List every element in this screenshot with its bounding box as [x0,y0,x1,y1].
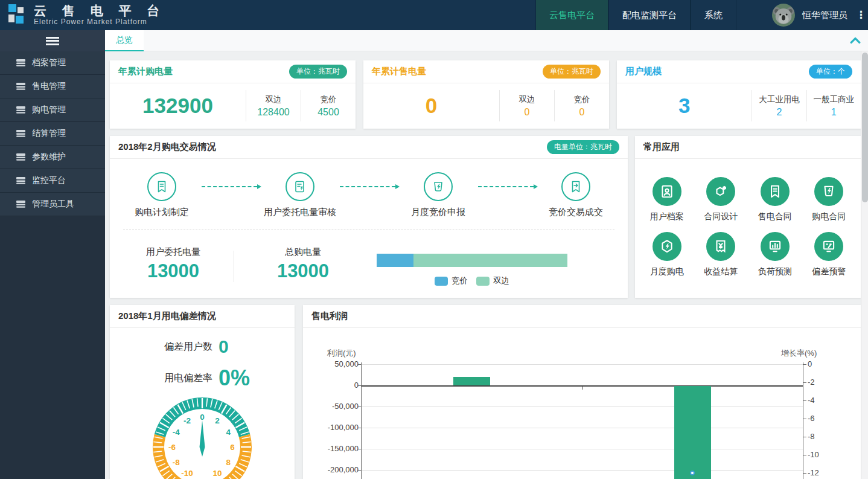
profit-bar[interactable] [453,377,490,385]
right-tick-label: -4 [808,396,815,405]
right-axis-line [803,362,803,479]
app-monthly-purchase[interactable]: 月度购电 [640,232,694,277]
card-title: 2018年1月用电偏差情况 [118,310,216,322]
app-user-archive[interactable]: 用户档案 [640,177,694,222]
trade-card: 2018年2月购电交易情况 电量单位：兆瓦时 购电计划制定 用户委托电量审核 [110,136,628,298]
sidebar-item-sale-mgmt[interactable]: 售电管理 [0,75,105,98]
sidebar-item-settlement-mgmt[interactable]: 结算管理 [0,122,105,146]
unit-badge: 单位：兆瓦时 [289,65,347,79]
app-revenue-settlement[interactable]: 收益结算 [694,232,748,277]
gridline [361,407,803,407]
dashed-divider [123,230,614,230]
right-tick-label: 0 [808,359,812,368]
left-tick-label: 0 [315,381,359,390]
chevron-up-icon [850,36,861,45]
nav-tab-system[interactable]: 系统 [691,0,736,30]
profit-bar[interactable] [674,386,711,479]
app-label: 用户档案 [640,211,694,222]
legend-item-bidding: 竞价 [435,275,468,286]
stat-total-value: 132900 [110,94,246,118]
flow-arrow-icon [478,186,534,187]
left-tick-label: -200,000 [315,465,359,474]
nav-tab-distribution-monitor[interactable]: 配电监测平台 [608,0,691,30]
right-tick-label: -10 [808,450,819,459]
koala-avatar-image [772,4,795,27]
app-logo: 云 售 电 平 台 Eletric Power Market Platform [7,4,165,27]
user-name: 恒华管理员 [802,10,847,21]
gauge-label: 2 [215,416,220,425]
sidebar-collapse-button[interactable] [0,30,105,51]
menu-card-icon [16,106,26,114]
sidebar-item-label: 档案管理 [32,57,66,68]
sidebar-item-archive[interactable]: 档案管理 [0,51,105,75]
logo-subtitle: Eletric Power Market Platform [34,18,165,26]
right-tick-label: -12 [808,468,819,477]
sidebar: 档案管理 售电管理 购电管理 结算管理 参数维护 监控平台 管理员工具 [0,30,105,479]
stat-col-value: 4500 [301,107,356,118]
entrusted-energy-stat: 用户委托电量 13000 [122,246,225,282]
gauge-label: -2 [183,416,191,425]
tab-overview[interactable]: 总览 [105,30,144,51]
collapse-panel-button[interactable] [850,36,861,45]
flow-step-label: 用户委托电量审核 [258,207,342,218]
apps-grid: 用户档案 合同设计 售电合同 购电合同 月度购电 [635,159,861,277]
deviation-users-label: 偏差用户数 [141,341,212,353]
deal-document-icon [561,172,590,201]
unit-badge: 单位：兆瓦时 [543,65,601,79]
deviation-warning-icon [814,232,843,261]
user-archive-icon [653,177,681,206]
app-label: 购电合同 [802,211,857,222]
sidebar-item-parameters[interactable]: 参数维护 [0,146,105,169]
scrollbar-thumb[interactable] [862,53,868,202]
vertical-scrollbar[interactable] [861,51,868,479]
app-deviation-warning[interactable]: 偏差预警 [802,232,857,277]
gauge-label: -4 [173,428,180,437]
nav-tab-cloud-platform[interactable]: 云售电平台 [535,0,608,30]
app-contract-design[interactable]: 合同设计 [694,177,748,222]
gauge-label: -8 [173,458,180,467]
sidebar-item-label: 参数维护 [32,152,66,162]
stat-col-value: 2 [752,107,806,118]
sidebar-item-purchase-mgmt[interactable]: 购电管理 [0,98,105,122]
purchase-split-bar [377,254,567,267]
split-bar-bidding-segment [377,254,413,267]
app-label: 月度购电 [640,266,694,277]
card-title: 常用应用 [643,141,680,153]
app-load-forecast[interactable]: 负荷预测 [748,232,802,277]
sidebar-item-monitor-platform[interactable]: 监控平台 [0,169,105,193]
left-axis-line [361,362,362,479]
stat-col-value: 0 [500,107,554,118]
gridline [361,470,803,471]
sidebar-item-label: 管理员工具 [32,199,74,210]
sale-contract-icon [761,177,790,206]
growth-rate-dot[interactable] [690,471,695,475]
card-title: 2018年2月购电交易情况 [118,141,216,153]
bid-lightning-icon [424,172,453,201]
stat-col-label: 一般工商业 [807,94,861,105]
sidebar-item-admin-tools[interactable]: 管理员工具 [0,193,105,216]
more-menu-icon[interactable]: ⋮ [856,11,863,19]
flow-step-plan: 购电计划制定 [120,172,204,218]
purchase-contract-icon [814,177,843,206]
revenue-settlement-icon [706,232,735,261]
flow-step-label: 竞价交易成交 [534,207,618,218]
app-sale-contract[interactable]: 售电合同 [748,177,802,222]
gauge-needle [200,420,205,457]
gauge-label: -6 [168,443,176,452]
card-title: 用户规模 [625,66,662,77]
monthly-purchase-icon [653,232,681,261]
hamburger-icon [46,35,59,47]
legend-item-bilateral: 双边 [476,275,509,286]
menu-card-icon [16,176,26,185]
user-avatar[interactable] [772,4,795,27]
menu-card-icon [16,200,26,208]
gridline [361,364,803,365]
stat-card-user-scale: 用户规模 单位：个 3 大工业用电2 一般工商业1 [617,60,861,129]
load-forecast-icon [761,232,790,261]
stat-col-label: 双边 [500,94,554,105]
user-box: 恒华管理员 ⋮ [772,0,863,30]
deviation-gauge: -10-8-6-4-20246810 [112,356,293,479]
app-purchase-contract[interactable]: 购电合同 [802,177,857,222]
unit-badge: 单位：个 [809,65,852,79]
sidebar-item-label: 购电管理 [32,104,66,115]
